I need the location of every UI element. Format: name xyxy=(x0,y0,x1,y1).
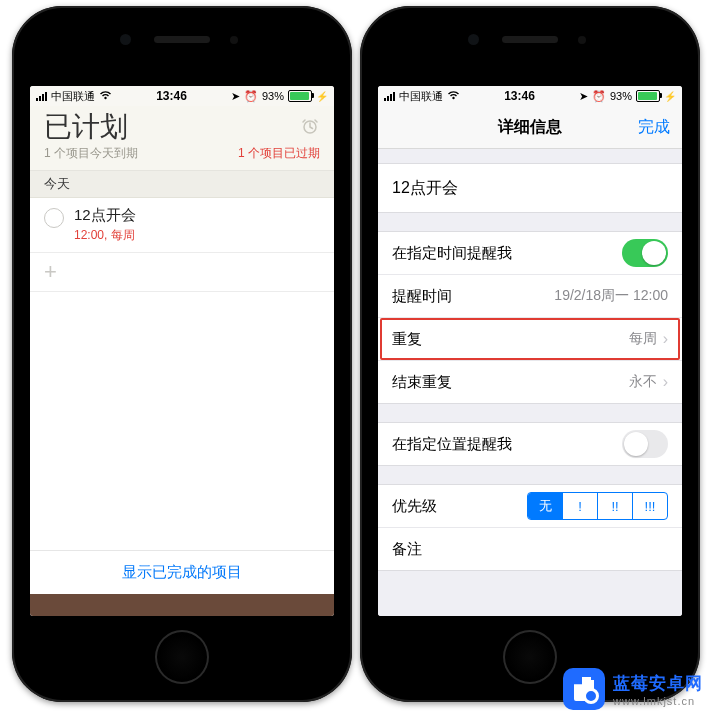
carrier-label: 中国联通 xyxy=(51,89,95,104)
page-title: 已计划 xyxy=(44,112,320,143)
phone-right: 中国联通 13:46 ➤ ⏰ 93% ⚡ 详细信息 完成 xyxy=(360,6,700,702)
chevron-right-icon: › xyxy=(663,330,668,348)
signal-icon xyxy=(384,92,395,101)
stage: 中国联通 13:46 ➤ ⏰ 93% ⚡ 已计划 xyxy=(0,0,711,718)
reminder-detail: 12:00, 每周 xyxy=(74,227,136,244)
overdue-label: 1 个项目已过期 xyxy=(238,145,320,162)
watermark-logo-icon xyxy=(563,668,605,710)
remind-location-switch[interactable] xyxy=(622,430,668,458)
alarm-icon: ⏰ xyxy=(244,90,258,103)
add-reminder-button[interactable]: + xyxy=(30,253,334,292)
alarm-row[interactable]: 提醒时间 19/2/18周一 12:00 xyxy=(378,274,682,317)
sensor xyxy=(578,36,586,44)
front-camera xyxy=(468,34,479,45)
speaker xyxy=(502,36,558,43)
group-location: 在指定位置提醒我 xyxy=(378,422,682,466)
wifi-icon xyxy=(447,90,460,102)
show-completed-button[interactable]: 显示已完成的项目 xyxy=(30,550,334,594)
status-bar: 中国联通 13:46 ➤ ⏰ 93% ⚡ xyxy=(378,86,682,106)
location-icon: ➤ xyxy=(231,90,240,103)
status-left: 中国联通 xyxy=(36,89,112,104)
reminder-title: 12点开会 xyxy=(74,206,136,225)
title-field[interactable]: 12点开会 xyxy=(378,164,682,212)
clock-icon[interactable] xyxy=(300,116,320,141)
home-button[interactable] xyxy=(503,630,557,684)
group-priority: 优先级 无 ! !! !!! 备注 xyxy=(378,484,682,571)
priority-opt-none[interactable]: 无 xyxy=(528,493,562,519)
home-button[interactable] xyxy=(155,630,209,684)
remind-location-label: 在指定位置提醒我 xyxy=(392,435,512,454)
nav-bar: 详细信息 完成 xyxy=(378,106,682,149)
priority-segmented[interactable]: 无 ! !! !!! xyxy=(527,492,668,520)
status-right: ➤ ⏰ 93% ⚡ xyxy=(231,90,328,103)
status-time: 13:46 xyxy=(156,89,187,103)
detail-body: 12点开会 在指定时间提醒我 提醒时间 19/2/18周一 12:00 重复 xyxy=(378,149,682,616)
priority-opt-1[interactable]: ! xyxy=(562,493,597,519)
location-icon: ➤ xyxy=(579,90,588,103)
signal-icon xyxy=(36,92,47,101)
priority-row: 优先级 无 ! !! !!! xyxy=(378,485,682,527)
chevron-right-icon: › xyxy=(663,373,668,391)
watermark-line1: 蓝莓安卓网 xyxy=(613,672,703,695)
notes-label: 备注 xyxy=(392,540,422,559)
group-title: 12点开会 xyxy=(378,163,682,213)
battery-icon xyxy=(636,90,660,102)
complete-circle[interactable] xyxy=(44,208,64,228)
nav-title: 详细信息 xyxy=(498,117,562,138)
watermark-line2: www.lmkjst.cn xyxy=(613,695,703,707)
watermark: 蓝莓安卓网 www.lmkjst.cn xyxy=(563,668,703,710)
alarm-icon: ⏰ xyxy=(592,90,606,103)
priority-opt-2[interactable]: !! xyxy=(597,493,632,519)
status-right: ➤ ⏰ 93% ⚡ xyxy=(579,90,676,103)
repeat-row[interactable]: 重复 每周 › xyxy=(378,317,682,360)
list-body: 12点开会 12:00, 每周 + xyxy=(30,198,334,550)
battery-pct: 93% xyxy=(262,90,284,102)
alarm-value: 19/2/18周一 12:00 xyxy=(554,287,668,305)
speaker xyxy=(154,36,210,43)
section-today: 今天 xyxy=(30,171,334,198)
due-today-label: 1 个项目今天到期 xyxy=(44,145,138,162)
priority-opt-3[interactable]: !!! xyxy=(632,493,667,519)
screen-reminders: 中国联通 13:46 ➤ ⏰ 93% ⚡ 已计划 xyxy=(30,86,334,616)
remind-location-row: 在指定位置提醒我 xyxy=(378,423,682,465)
battery-icon xyxy=(288,90,312,102)
phone-left: 中国联通 13:46 ➤ ⏰ 93% ⚡ 已计划 xyxy=(12,6,352,702)
group-time: 在指定时间提醒我 提醒时间 19/2/18周一 12:00 重复 每周 › xyxy=(378,231,682,404)
sensor xyxy=(230,36,238,44)
bottom-strip xyxy=(30,594,334,616)
battery-pct: 93% xyxy=(610,90,632,102)
carrier-label: 中国联通 xyxy=(399,89,443,104)
end-repeat-value: 永不 xyxy=(629,373,657,391)
screen-detail: 中国联通 13:46 ➤ ⏰ 93% ⚡ 详细信息 完成 xyxy=(378,86,682,616)
status-left: 中国联通 xyxy=(384,89,460,104)
priority-label: 优先级 xyxy=(392,497,437,516)
title-value: 12点开会 xyxy=(392,178,458,199)
front-camera xyxy=(120,34,131,45)
list-header: 已计划 1 个项目今天到期 1 个项目已过期 xyxy=(30,106,334,171)
remind-time-label: 在指定时间提醒我 xyxy=(392,244,512,263)
reminder-row[interactable]: 12点开会 12:00, 每周 xyxy=(30,198,334,253)
repeat-label: 重复 xyxy=(392,330,422,349)
end-repeat-row[interactable]: 结束重复 永不 › xyxy=(378,360,682,403)
wifi-icon xyxy=(99,90,112,102)
notes-row[interactable]: 备注 xyxy=(378,527,682,570)
charging-icon: ⚡ xyxy=(316,91,328,102)
watermark-text: 蓝莓安卓网 www.lmkjst.cn xyxy=(613,672,703,707)
status-time: 13:46 xyxy=(504,89,535,103)
alarm-label: 提醒时间 xyxy=(392,287,452,306)
status-bar: 中国联通 13:46 ➤ ⏰ 93% ⚡ xyxy=(30,86,334,106)
remind-time-switch[interactable] xyxy=(622,239,668,267)
done-button[interactable]: 完成 xyxy=(638,117,670,138)
end-repeat-label: 结束重复 xyxy=(392,373,452,392)
reminder-content: 12点开会 12:00, 每周 xyxy=(74,206,136,244)
remind-time-row: 在指定时间提醒我 xyxy=(378,232,682,274)
charging-icon: ⚡ xyxy=(664,91,676,102)
repeat-value: 每周 xyxy=(629,330,657,348)
